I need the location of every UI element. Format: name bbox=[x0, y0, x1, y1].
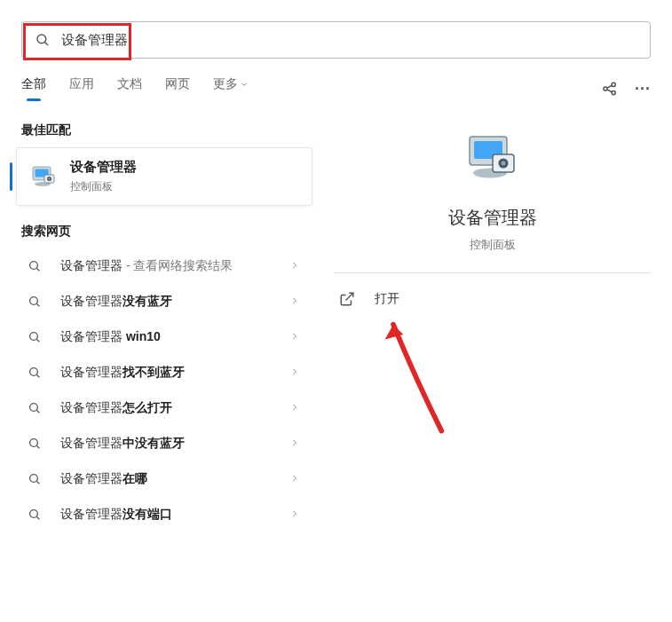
search-icon bbox=[21, 508, 48, 522]
search-icon bbox=[21, 437, 48, 451]
web-result-label: 设备管理器没有端口 bbox=[48, 507, 289, 523]
chevron-right-icon bbox=[289, 401, 300, 415]
tab-web[interactable]: 网页 bbox=[165, 76, 190, 101]
best-match-title: 设备管理器 bbox=[70, 159, 137, 176]
device-manager-large-icon bbox=[464, 130, 521, 186]
more-menu-icon[interactable]: ··· bbox=[635, 80, 651, 98]
best-match-header: 最佳匹配 bbox=[0, 112, 321, 147]
svg-line-6 bbox=[607, 90, 613, 92]
svg-point-12 bbox=[48, 177, 50, 179]
open-action[interactable]: 打开 bbox=[334, 282, 651, 316]
tab-more-label: 更多 bbox=[213, 76, 238, 92]
svg-point-3 bbox=[612, 83, 615, 86]
svg-line-20 bbox=[36, 374, 39, 377]
svg-point-2 bbox=[604, 87, 607, 91]
search-icon bbox=[21, 295, 48, 309]
chevron-right-icon bbox=[289, 508, 300, 522]
results-left-pane: 最佳匹配 设备管理器 控制面板 搜索网页 bbox=[0, 101, 321, 622]
search-icon bbox=[21, 330, 48, 344]
chevron-right-icon bbox=[289, 437, 300, 451]
web-result-label: 设备管理器找不到蓝牙 bbox=[48, 365, 289, 381]
svg-point-21 bbox=[30, 404, 38, 412]
web-result-label: 设备管理器 - 查看网络搜索结果 bbox=[48, 258, 289, 274]
chevron-right-icon bbox=[289, 472, 300, 486]
chevron-right-icon bbox=[289, 330, 300, 344]
svg-point-17 bbox=[30, 333, 38, 341]
chevron-right-icon bbox=[289, 366, 300, 380]
svg-line-16 bbox=[36, 303, 39, 306]
web-result-item[interactable]: 设备管理器找不到蓝牙 bbox=[0, 355, 321, 390]
detail-title: 设备管理器 bbox=[448, 206, 537, 230]
open-external-icon bbox=[339, 291, 355, 307]
svg-line-5 bbox=[607, 85, 613, 88]
svg-line-28 bbox=[36, 516, 39, 519]
tab-all[interactable]: 全部 bbox=[21, 76, 46, 101]
svg-point-0 bbox=[37, 35, 46, 43]
svg-line-22 bbox=[36, 410, 39, 413]
search-icon bbox=[21, 259, 48, 273]
svg-line-24 bbox=[36, 445, 39, 448]
tab-more[interactable]: 更多 bbox=[213, 76, 249, 101]
web-result-label: 设备管理器中没有蓝牙 bbox=[48, 436, 289, 452]
search-icon bbox=[21, 472, 48, 486]
open-action-label: 打开 bbox=[375, 291, 399, 307]
web-result-item[interactable]: 设备管理器在哪 bbox=[0, 461, 321, 497]
svg-point-27 bbox=[30, 510, 38, 518]
tab-apps[interactable]: 应用 bbox=[69, 76, 94, 101]
tab-docs[interactable]: 文档 bbox=[117, 76, 142, 101]
web-result-label: 设备管理器在哪 bbox=[48, 471, 289, 487]
tabs-row: 全部 应用 文档 网页 更多 ··· bbox=[0, 69, 672, 101]
detail-subtitle: 控制面板 bbox=[470, 237, 516, 253]
best-match-subtitle: 控制面板 bbox=[70, 179, 137, 194]
web-result-item[interactable]: 设备管理器中没有蓝牙 bbox=[0, 426, 321, 461]
svg-point-25 bbox=[30, 475, 38, 483]
chevron-right-icon bbox=[289, 259, 300, 273]
web-results-header: 搜索网页 bbox=[0, 213, 321, 248]
chevron-down-icon bbox=[240, 80, 249, 89]
web-result-label: 设备管理器 win10 bbox=[48, 329, 289, 345]
svg-line-26 bbox=[36, 481, 39, 484]
search-input[interactable] bbox=[59, 32, 637, 49]
web-result-item[interactable]: 设备管理器没有蓝牙 bbox=[0, 284, 321, 319]
web-result-label: 设备管理器没有蓝牙 bbox=[48, 294, 289, 310]
best-match-item[interactable]: 设备管理器 控制面板 bbox=[16, 147, 312, 206]
share-icon[interactable] bbox=[601, 80, 619, 98]
search-icon bbox=[35, 32, 51, 48]
web-result-item[interactable]: 设备管理器 - 查看网络搜索结果 bbox=[0, 248, 321, 284]
web-result-item[interactable]: 设备管理器 win10 bbox=[0, 319, 321, 355]
svg-point-4 bbox=[612, 91, 615, 95]
search-bar[interactable] bbox=[21, 21, 651, 59]
web-result-label: 设备管理器怎么打开 bbox=[48, 400, 289, 416]
svg-point-19 bbox=[30, 368, 38, 376]
svg-point-13 bbox=[30, 262, 38, 270]
search-icon bbox=[21, 401, 48, 415]
svg-point-23 bbox=[30, 439, 38, 447]
device-manager-icon bbox=[29, 162, 58, 191]
svg-line-14 bbox=[36, 268, 39, 271]
divider bbox=[334, 272, 651, 273]
svg-point-15 bbox=[30, 297, 38, 305]
chevron-right-icon bbox=[289, 295, 300, 309]
detail-right-pane: 设备管理器 控制面板 打开 bbox=[321, 101, 672, 622]
svg-point-34 bbox=[501, 161, 505, 166]
search-icon bbox=[21, 366, 48, 380]
web-result-item[interactable]: 设备管理器没有端口 bbox=[0, 497, 321, 532]
web-result-item[interactable]: 设备管理器怎么打开 bbox=[0, 390, 321, 426]
svg-line-1 bbox=[45, 43, 48, 45]
svg-line-18 bbox=[36, 339, 39, 342]
